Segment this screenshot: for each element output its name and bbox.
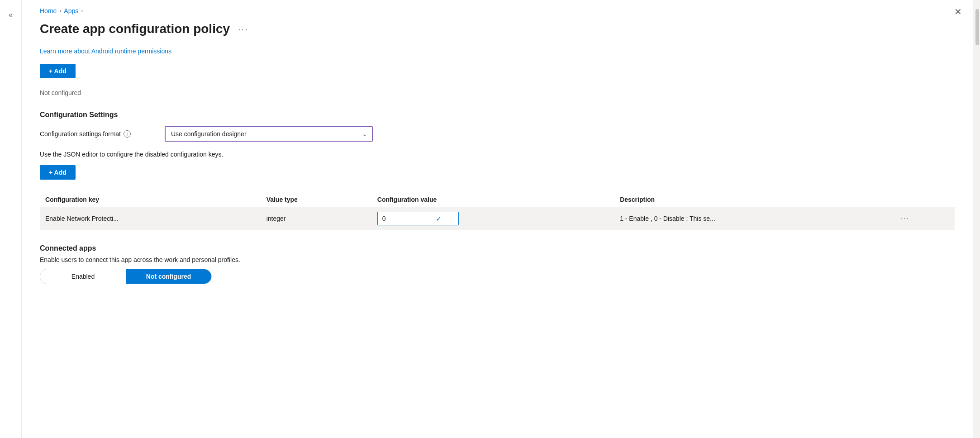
learn-more-link[interactable]: Learn more about Android runtime permiss… xyxy=(40,48,171,55)
page-title-more-button[interactable]: ··· xyxy=(235,23,251,35)
scrollbar-area xyxy=(973,0,980,438)
configuration-settings-title: Configuration Settings xyxy=(40,111,955,119)
col-header-key: Configuration key xyxy=(40,192,261,207)
permissions-add-button[interactable]: + Add xyxy=(40,64,76,78)
breadcrumb-apps[interactable]: Apps xyxy=(64,7,78,14)
config-table: Configuration key Value type Configurati… xyxy=(40,192,955,230)
col-header-actions xyxy=(894,192,955,207)
connected-apps-toggle-group: Enabled Not configured xyxy=(40,269,212,284)
row-description: 1 - Enable , 0 - Disable ; This se... xyxy=(614,207,894,230)
configuration-format-label: Configuration settings format i xyxy=(40,130,157,138)
col-header-desc: Description xyxy=(614,192,894,207)
connected-apps-description: Enable users to connect this app across … xyxy=(40,256,955,263)
config-value-input-wrapper: ✓ xyxy=(377,212,459,225)
config-value-input[interactable] xyxy=(380,213,434,224)
breadcrumb-separator-1: › xyxy=(59,8,61,14)
close-icon: ✕ xyxy=(954,7,962,17)
scrollbar-thumb[interactable] xyxy=(975,9,979,45)
toggle-enabled-button[interactable]: Enabled xyxy=(40,269,126,284)
breadcrumb-home[interactable]: Home xyxy=(40,7,57,14)
row-config-key: Enable Network Protecti... xyxy=(40,207,261,230)
page-title: Create app configuration policy xyxy=(40,22,230,36)
configuration-format-select-wrapper: Use configuration designer Enter JSON da… xyxy=(165,126,373,142)
sidebar-collapse-panel: « xyxy=(0,0,22,438)
row-more-actions: ··· xyxy=(894,207,955,230)
connected-apps-section: Connected apps Enable users to connect t… xyxy=(40,244,955,284)
sidebar-collapse-button[interactable]: « xyxy=(5,7,16,23)
configuration-format-row: Configuration settings format i Use conf… xyxy=(40,126,955,142)
json-editor-note: Use the JSON editor to configure the dis… xyxy=(40,151,955,158)
row-config-value-cell: ✓ xyxy=(372,207,614,230)
config-settings-add-button[interactable]: + Add xyxy=(40,165,76,180)
row-more-button[interactable]: ··· xyxy=(899,214,911,223)
main-content-panel: ✕ Home › Apps › Create app configuration… xyxy=(22,0,973,438)
breadcrumb: Home › Apps › xyxy=(40,7,955,14)
configuration-format-select[interactable]: Use configuration designer Enter JSON da… xyxy=(166,127,372,141)
col-header-value: Configuration value xyxy=(372,192,614,207)
configuration-settings-section: Configuration Settings Configuration set… xyxy=(40,111,955,230)
row-value-type: integer xyxy=(261,207,372,230)
not-configured-label: Not configured xyxy=(40,89,955,96)
col-header-type: Value type xyxy=(261,192,372,207)
config-table-header-row: Configuration key Value type Configurati… xyxy=(40,192,955,207)
connected-apps-title: Connected apps xyxy=(40,244,955,252)
config-table-section: Configuration key Value type Configurati… xyxy=(40,192,955,230)
table-row: Enable Network Protecti... integer ✓ 1 -… xyxy=(40,207,955,230)
format-info-icon[interactable]: i xyxy=(124,130,131,138)
close-button[interactable]: ✕ xyxy=(954,7,962,16)
toggle-not-configured-button[interactable]: Not configured xyxy=(126,269,211,284)
input-check-icon: ✓ xyxy=(436,214,442,223)
format-label-text: Configuration settings format xyxy=(40,130,121,138)
breadcrumb-separator-2: › xyxy=(81,8,83,14)
page-title-row: Create app configuration policy ··· xyxy=(40,22,955,36)
